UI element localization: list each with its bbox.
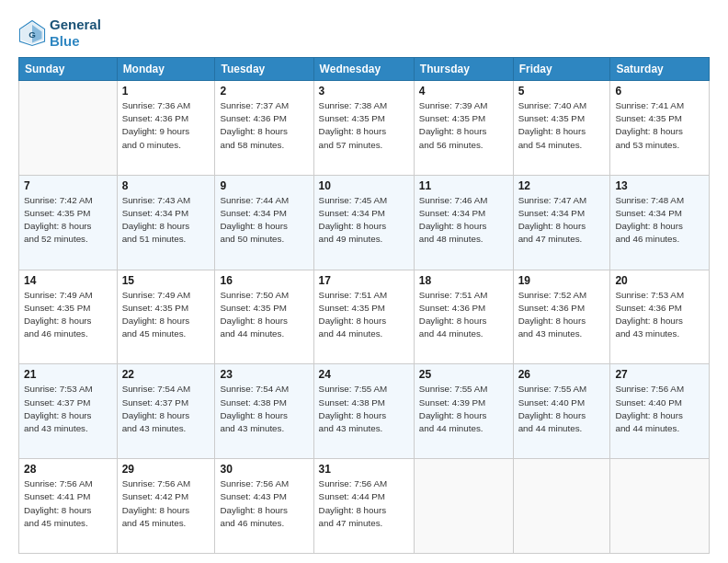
day-number: 22 bbox=[122, 368, 210, 381]
day-info: Sunrise: 7:39 AM Sunset: 4:35 PM Dayligh… bbox=[419, 99, 508, 152]
day-number: 28 bbox=[24, 463, 112, 476]
day-number: 26 bbox=[518, 368, 606, 381]
day-info: Sunrise: 7:53 AM Sunset: 4:37 PM Dayligh… bbox=[24, 383, 112, 435]
calendar-cell: 20Sunrise: 7:53 AM Sunset: 4:36 PM Dayli… bbox=[610, 270, 710, 364]
day-info: Sunrise: 7:52 AM Sunset: 4:36 PM Dayligh… bbox=[518, 289, 606, 341]
calendar-cell: 23Sunrise: 7:54 AM Sunset: 4:38 PM Dayli… bbox=[215, 364, 313, 459]
week-row-5: 28Sunrise: 7:56 AM Sunset: 4:41 PM Dayli… bbox=[19, 459, 710, 554]
day-info: Sunrise: 7:42 AM Sunset: 4:35 PM Dayligh… bbox=[24, 194, 112, 247]
calendar-cell: 11Sunrise: 7:46 AM Sunset: 4:34 PM Dayli… bbox=[414, 175, 513, 270]
day-number: 29 bbox=[122, 463, 210, 476]
calendar-cell: 7Sunrise: 7:42 AM Sunset: 4:35 PM Daylig… bbox=[19, 175, 118, 270]
calendar-cell: 25Sunrise: 7:55 AM Sunset: 4:39 PM Dayli… bbox=[414, 364, 513, 459]
logo: G General Blue bbox=[18, 17, 101, 50]
weekday-header-row: SundayMondayTuesdayWednesdayThursdayFrid… bbox=[19, 58, 710, 81]
calendar-table: SundayMondayTuesdayWednesdayThursdayFrid… bbox=[18, 57, 710, 554]
calendar-cell: 18Sunrise: 7:51 AM Sunset: 4:36 PM Dayli… bbox=[414, 270, 513, 364]
day-info: Sunrise: 7:40 AM Sunset: 4:35 PM Dayligh… bbox=[518, 99, 606, 152]
calendar-cell: 30Sunrise: 7:56 AM Sunset: 4:43 PM Dayli… bbox=[215, 459, 313, 554]
logo-icon: G bbox=[18, 19, 46, 47]
day-info: Sunrise: 7:56 AM Sunset: 4:42 PM Dayligh… bbox=[122, 477, 210, 530]
calendar-cell: 8Sunrise: 7:43 AM Sunset: 4:34 PM Daylig… bbox=[117, 175, 215, 270]
day-info: Sunrise: 7:44 AM Sunset: 4:34 PM Dayligh… bbox=[220, 194, 308, 247]
calendar-cell: 26Sunrise: 7:55 AM Sunset: 4:40 PM Dayli… bbox=[513, 364, 610, 459]
day-info: Sunrise: 7:51 AM Sunset: 4:36 PM Dayligh… bbox=[419, 289, 508, 341]
day-number: 1 bbox=[122, 85, 210, 98]
day-number: 15 bbox=[122, 274, 210, 287]
calendar-cell: 28Sunrise: 7:56 AM Sunset: 4:41 PM Dayli… bbox=[19, 459, 118, 554]
day-number: 30 bbox=[220, 463, 308, 476]
calendar-cell bbox=[414, 459, 513, 554]
weekday-header-saturday: Saturday bbox=[610, 58, 710, 81]
day-info: Sunrise: 7:54 AM Sunset: 4:37 PM Dayligh… bbox=[122, 383, 210, 435]
week-row-1: 1Sunrise: 7:36 AM Sunset: 4:36 PM Daylig… bbox=[19, 81, 710, 176]
day-info: Sunrise: 7:56 AM Sunset: 4:43 PM Dayligh… bbox=[220, 477, 308, 530]
day-number: 23 bbox=[220, 368, 308, 381]
week-row-4: 21Sunrise: 7:53 AM Sunset: 4:37 PM Dayli… bbox=[19, 364, 710, 459]
day-info: Sunrise: 7:49 AM Sunset: 4:35 PM Dayligh… bbox=[24, 289, 112, 341]
calendar-cell: 16Sunrise: 7:50 AM Sunset: 4:35 PM Dayli… bbox=[215, 270, 313, 364]
week-row-2: 7Sunrise: 7:42 AM Sunset: 4:35 PM Daylig… bbox=[19, 175, 710, 270]
day-number: 21 bbox=[24, 368, 112, 381]
day-info: Sunrise: 7:49 AM Sunset: 4:35 PM Dayligh… bbox=[122, 289, 210, 341]
day-number: 3 bbox=[319, 85, 409, 98]
day-number: 18 bbox=[419, 274, 508, 287]
day-info: Sunrise: 7:56 AM Sunset: 4:44 PM Dayligh… bbox=[319, 477, 409, 530]
calendar-cell: 24Sunrise: 7:55 AM Sunset: 4:38 PM Dayli… bbox=[313, 364, 414, 459]
day-number: 27 bbox=[615, 368, 704, 381]
day-info: Sunrise: 7:41 AM Sunset: 4:35 PM Dayligh… bbox=[615, 99, 704, 152]
calendar-cell: 5Sunrise: 7:40 AM Sunset: 4:35 PM Daylig… bbox=[513, 81, 610, 176]
day-number: 9 bbox=[220, 179, 308, 192]
calendar-cell: 12Sunrise: 7:47 AM Sunset: 4:34 PM Dayli… bbox=[513, 175, 610, 270]
day-info: Sunrise: 7:48 AM Sunset: 4:34 PM Dayligh… bbox=[615, 194, 704, 247]
calendar-cell: 9Sunrise: 7:44 AM Sunset: 4:34 PM Daylig… bbox=[215, 175, 313, 270]
day-number: 24 bbox=[319, 368, 409, 381]
weekday-header-wednesday: Wednesday bbox=[313, 58, 414, 81]
weekday-header-thursday: Thursday bbox=[414, 58, 513, 81]
calendar-cell bbox=[513, 459, 610, 554]
day-info: Sunrise: 7:51 AM Sunset: 4:35 PM Dayligh… bbox=[319, 289, 409, 341]
day-info: Sunrise: 7:55 AM Sunset: 4:40 PM Dayligh… bbox=[518, 383, 606, 435]
day-number: 20 bbox=[615, 274, 704, 287]
day-number: 31 bbox=[319, 463, 409, 476]
day-info: Sunrise: 7:50 AM Sunset: 4:35 PM Dayligh… bbox=[220, 289, 308, 341]
day-info: Sunrise: 7:55 AM Sunset: 4:38 PM Dayligh… bbox=[319, 383, 409, 435]
day-number: 16 bbox=[220, 274, 308, 287]
day-info: Sunrise: 7:56 AM Sunset: 4:41 PM Dayligh… bbox=[24, 477, 112, 530]
day-number: 14 bbox=[24, 274, 112, 287]
day-number: 6 bbox=[615, 85, 704, 98]
week-row-3: 14Sunrise: 7:49 AM Sunset: 4:35 PM Dayli… bbox=[19, 270, 710, 364]
day-number: 13 bbox=[615, 179, 704, 192]
day-info: Sunrise: 7:45 AM Sunset: 4:34 PM Dayligh… bbox=[319, 194, 409, 247]
calendar-cell: 10Sunrise: 7:45 AM Sunset: 4:34 PM Dayli… bbox=[313, 175, 414, 270]
day-number: 8 bbox=[122, 179, 210, 192]
weekday-header-tuesday: Tuesday bbox=[215, 58, 313, 81]
calendar-cell: 14Sunrise: 7:49 AM Sunset: 4:35 PM Dayli… bbox=[19, 270, 118, 364]
calendar-cell: 22Sunrise: 7:54 AM Sunset: 4:37 PM Dayli… bbox=[117, 364, 215, 459]
day-info: Sunrise: 7:53 AM Sunset: 4:36 PM Dayligh… bbox=[615, 289, 704, 341]
svg-text:G: G bbox=[28, 29, 36, 40]
calendar-cell: 4Sunrise: 7:39 AM Sunset: 4:35 PM Daylig… bbox=[414, 81, 513, 176]
calendar-cell: 31Sunrise: 7:56 AM Sunset: 4:44 PM Dayli… bbox=[313, 459, 414, 554]
calendar-cell: 15Sunrise: 7:49 AM Sunset: 4:35 PM Dayli… bbox=[117, 270, 215, 364]
day-number: 12 bbox=[518, 179, 606, 192]
calendar-cell bbox=[610, 459, 710, 554]
day-number: 25 bbox=[419, 368, 508, 381]
day-info: Sunrise: 7:54 AM Sunset: 4:38 PM Dayligh… bbox=[220, 383, 308, 435]
day-info: Sunrise: 7:36 AM Sunset: 4:36 PM Dayligh… bbox=[122, 99, 210, 152]
day-number: 5 bbox=[518, 85, 606, 98]
weekday-header-monday: Monday bbox=[117, 58, 215, 81]
calendar-cell: 27Sunrise: 7:56 AM Sunset: 4:40 PM Dayli… bbox=[610, 364, 710, 459]
day-info: Sunrise: 7:55 AM Sunset: 4:39 PM Dayligh… bbox=[419, 383, 508, 435]
page: G General Blue SundayMondayTuesdayWednes… bbox=[0, 0, 728, 563]
day-info: Sunrise: 7:38 AM Sunset: 4:35 PM Dayligh… bbox=[319, 99, 409, 152]
day-info: Sunrise: 7:37 AM Sunset: 4:36 PM Dayligh… bbox=[220, 99, 308, 152]
day-number: 7 bbox=[24, 179, 112, 192]
header: G General Blue bbox=[18, 17, 710, 50]
calendar-cell: 1Sunrise: 7:36 AM Sunset: 4:36 PM Daylig… bbox=[117, 81, 215, 176]
calendar-cell: 13Sunrise: 7:48 AM Sunset: 4:34 PM Dayli… bbox=[610, 175, 710, 270]
day-number: 17 bbox=[319, 274, 409, 287]
calendar-cell: 3Sunrise: 7:38 AM Sunset: 4:35 PM Daylig… bbox=[313, 81, 414, 176]
day-info: Sunrise: 7:47 AM Sunset: 4:34 PM Dayligh… bbox=[518, 194, 606, 247]
day-number: 4 bbox=[419, 85, 508, 98]
